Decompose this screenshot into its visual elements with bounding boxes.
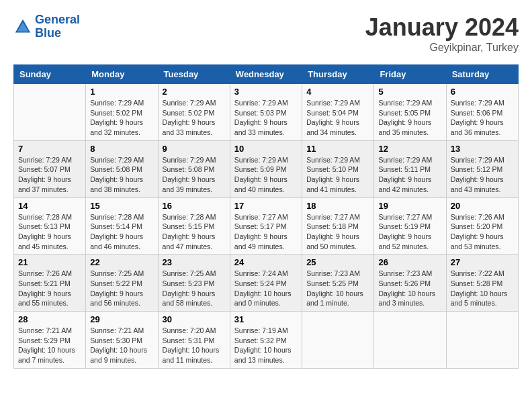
calendar-cell xyxy=(446,312,518,369)
calendar-cell: 27Sunrise: 7:22 AM Sunset: 5:28 PM Dayli… xyxy=(446,255,518,312)
day-number: 24 xyxy=(234,257,298,267)
day-number: 17 xyxy=(234,201,298,211)
calendar-week-5: 28Sunrise: 7:21 AM Sunset: 5:29 PM Dayli… xyxy=(14,312,519,369)
calendar-cell: 22Sunrise: 7:25 AM Sunset: 5:22 PM Dayli… xyxy=(86,255,158,312)
calendar-cell: 11Sunrise: 7:29 AM Sunset: 5:10 PM Dayli… xyxy=(302,140,374,197)
column-header-friday: Friday xyxy=(374,65,446,84)
day-number: 26 xyxy=(378,257,441,267)
calendar-week-1: 1Sunrise: 7:29 AM Sunset: 5:02 PM Daylig… xyxy=(14,84,519,141)
calendar-week-2: 7Sunrise: 7:29 AM Sunset: 5:07 PM Daylig… xyxy=(14,140,519,197)
calendar-cell: 20Sunrise: 7:26 AM Sunset: 5:20 PM Dayli… xyxy=(446,197,518,255)
day-info: Sunrise: 7:28 AM Sunset: 5:14 PM Dayligh… xyxy=(90,212,153,252)
day-info: Sunrise: 7:29 AM Sunset: 5:05 PM Dayligh… xyxy=(378,98,441,138)
calendar-table: SundayMondayTuesdayWednesdayThursdayFrid… xyxy=(13,64,519,369)
day-number: 21 xyxy=(18,257,81,267)
day-number: 25 xyxy=(306,257,369,267)
day-number: 9 xyxy=(163,144,226,154)
day-info: Sunrise: 7:29 AM Sunset: 5:06 PM Dayligh… xyxy=(451,98,514,138)
day-info: Sunrise: 7:19 AM Sunset: 5:32 PM Dayligh… xyxy=(234,326,298,365)
calendar-cell: 19Sunrise: 7:27 AM Sunset: 5:19 PM Dayli… xyxy=(374,197,446,255)
logo-text: General Blue xyxy=(35,13,80,40)
logo-line2: Blue xyxy=(35,26,61,40)
day-info: Sunrise: 7:29 AM Sunset: 5:10 PM Dayligh… xyxy=(306,155,369,195)
logo: General Blue xyxy=(13,13,80,40)
day-number: 20 xyxy=(451,201,514,211)
calendar-cell: 18Sunrise: 7:27 AM Sunset: 5:18 PM Dayli… xyxy=(302,197,374,255)
day-number: 13 xyxy=(451,144,514,154)
day-number: 31 xyxy=(234,314,298,324)
day-number: 1 xyxy=(90,87,153,97)
calendar-cell: 10Sunrise: 7:29 AM Sunset: 5:09 PM Dayli… xyxy=(230,140,302,197)
column-header-sunday: Sunday xyxy=(14,65,86,84)
calendar-cell: 16Sunrise: 7:28 AM Sunset: 5:15 PM Dayli… xyxy=(158,197,230,255)
calendar-cell: 21Sunrise: 7:26 AM Sunset: 5:21 PM Dayli… xyxy=(14,255,86,312)
calendar-week-4: 21Sunrise: 7:26 AM Sunset: 5:21 PM Dayli… xyxy=(14,255,519,312)
day-number: 2 xyxy=(163,87,226,97)
day-info: Sunrise: 7:26 AM Sunset: 5:20 PM Dayligh… xyxy=(451,212,514,252)
calendar-cell: 31Sunrise: 7:19 AM Sunset: 5:32 PM Dayli… xyxy=(230,312,302,369)
day-number: 29 xyxy=(90,314,153,324)
calendar-cell: 9Sunrise: 7:29 AM Sunset: 5:08 PM Daylig… xyxy=(158,140,230,197)
day-number: 19 xyxy=(378,201,441,211)
calendar-cell: 30Sunrise: 7:20 AM Sunset: 5:31 PM Dayli… xyxy=(158,312,230,369)
calendar-cell: 1Sunrise: 7:29 AM Sunset: 5:02 PM Daylig… xyxy=(86,84,158,141)
day-info: Sunrise: 7:26 AM Sunset: 5:21 PM Dayligh… xyxy=(18,269,81,308)
calendar-cell: 26Sunrise: 7:23 AM Sunset: 5:26 PM Dayli… xyxy=(374,255,446,312)
day-number: 30 xyxy=(163,314,226,324)
day-info: Sunrise: 7:23 AM Sunset: 5:25 PM Dayligh… xyxy=(306,269,369,308)
day-number: 12 xyxy=(378,144,441,154)
calendar-cell: 2Sunrise: 7:29 AM Sunset: 5:02 PM Daylig… xyxy=(158,84,230,141)
day-number: 14 xyxy=(18,201,81,211)
day-info: Sunrise: 7:25 AM Sunset: 5:23 PM Dayligh… xyxy=(163,269,226,308)
calendar-cell: 28Sunrise: 7:21 AM Sunset: 5:29 PM Dayli… xyxy=(14,312,86,369)
day-info: Sunrise: 7:24 AM Sunset: 5:24 PM Dayligh… xyxy=(234,269,298,308)
location: Geyikpinar, Turkey xyxy=(365,42,519,54)
day-number: 15 xyxy=(90,201,153,211)
calendar-cell: 4Sunrise: 7:29 AM Sunset: 5:04 PM Daylig… xyxy=(302,84,374,141)
day-number: 8 xyxy=(90,144,153,154)
calendar-cell: 5Sunrise: 7:29 AM Sunset: 5:05 PM Daylig… xyxy=(374,84,446,141)
day-number: 5 xyxy=(378,87,441,97)
calendar-cell: 17Sunrise: 7:27 AM Sunset: 5:17 PM Dayli… xyxy=(230,197,302,255)
day-info: Sunrise: 7:23 AM Sunset: 5:26 PM Dayligh… xyxy=(378,269,441,308)
day-number: 23 xyxy=(163,257,226,267)
column-header-tuesday: Tuesday xyxy=(158,65,230,84)
day-number: 6 xyxy=(451,87,514,97)
calendar-cell: 29Sunrise: 7:21 AM Sunset: 5:30 PM Dayli… xyxy=(86,312,158,369)
day-info: Sunrise: 7:29 AM Sunset: 5:04 PM Dayligh… xyxy=(306,98,369,138)
day-info: Sunrise: 7:27 AM Sunset: 5:17 PM Dayligh… xyxy=(234,212,298,252)
day-number: 18 xyxy=(306,201,369,211)
day-info: Sunrise: 7:20 AM Sunset: 5:31 PM Dayligh… xyxy=(163,326,226,365)
day-number: 22 xyxy=(90,257,153,267)
calendar-cell xyxy=(374,312,446,369)
day-info: Sunrise: 7:29 AM Sunset: 5:07 PM Dayligh… xyxy=(18,155,81,195)
calendar-cell: 15Sunrise: 7:28 AM Sunset: 5:14 PM Dayli… xyxy=(86,197,158,255)
calendar-cell: 8Sunrise: 7:29 AM Sunset: 5:08 PM Daylig… xyxy=(86,140,158,197)
day-info: Sunrise: 7:29 AM Sunset: 5:08 PM Dayligh… xyxy=(90,155,153,195)
title-block: January 2024 Geyikpinar, Turkey xyxy=(365,13,519,54)
column-header-wednesday: Wednesday xyxy=(230,65,302,84)
calendar-cell: 14Sunrise: 7:28 AM Sunset: 5:13 PM Dayli… xyxy=(14,197,86,255)
day-number: 3 xyxy=(234,87,298,97)
day-info: Sunrise: 7:27 AM Sunset: 5:18 PM Dayligh… xyxy=(306,212,369,252)
day-number: 7 xyxy=(18,144,81,154)
day-info: Sunrise: 7:21 AM Sunset: 5:30 PM Dayligh… xyxy=(90,326,153,365)
calendar-cell: 3Sunrise: 7:29 AM Sunset: 5:03 PM Daylig… xyxy=(230,84,302,141)
day-info: Sunrise: 7:29 AM Sunset: 5:02 PM Dayligh… xyxy=(90,98,153,138)
day-info: Sunrise: 7:29 AM Sunset: 5:09 PM Dayligh… xyxy=(234,155,298,195)
page-header: General Blue January 2024 Geyikpinar, Tu… xyxy=(13,13,519,54)
header-row: SundayMondayTuesdayWednesdayThursdayFrid… xyxy=(14,65,519,84)
column-header-saturday: Saturday xyxy=(446,65,518,84)
calendar-cell: 25Sunrise: 7:23 AM Sunset: 5:25 PM Dayli… xyxy=(302,255,374,312)
day-number: 27 xyxy=(451,257,514,267)
calendar-cell: 12Sunrise: 7:29 AM Sunset: 5:11 PM Dayli… xyxy=(374,140,446,197)
day-info: Sunrise: 7:28 AM Sunset: 5:13 PM Dayligh… xyxy=(18,212,81,252)
day-number: 28 xyxy=(18,314,81,324)
day-number: 4 xyxy=(306,87,369,97)
day-info: Sunrise: 7:27 AM Sunset: 5:19 PM Dayligh… xyxy=(378,212,441,252)
day-number: 11 xyxy=(306,144,369,154)
day-info: Sunrise: 7:25 AM Sunset: 5:22 PM Dayligh… xyxy=(90,269,153,308)
calendar-cell: 6Sunrise: 7:29 AM Sunset: 5:06 PM Daylig… xyxy=(446,84,518,141)
calendar-cell: 24Sunrise: 7:24 AM Sunset: 5:24 PM Dayli… xyxy=(230,255,302,312)
column-header-monday: Monday xyxy=(86,65,158,84)
